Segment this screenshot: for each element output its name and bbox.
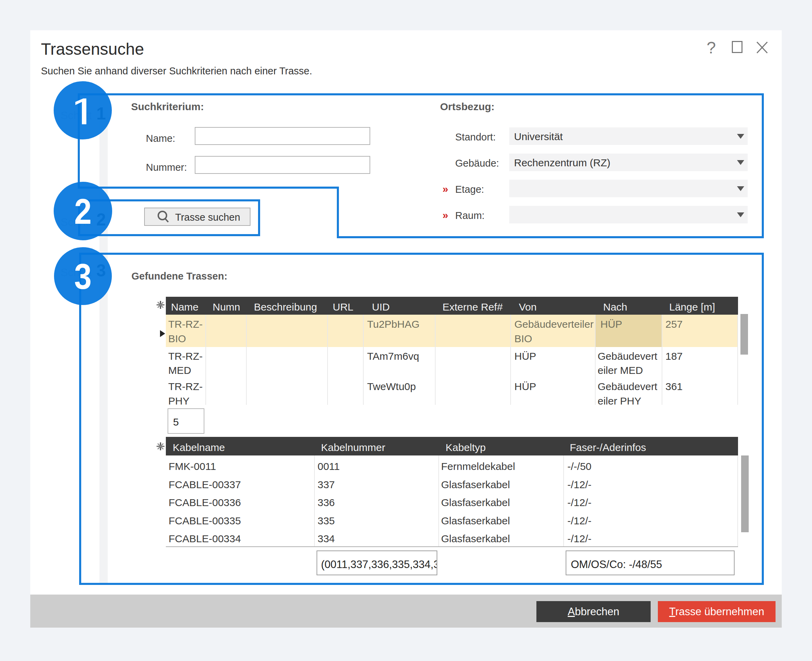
svg-text:3: 3 bbox=[74, 257, 92, 297]
svg-text:2: 2 bbox=[74, 192, 92, 232]
